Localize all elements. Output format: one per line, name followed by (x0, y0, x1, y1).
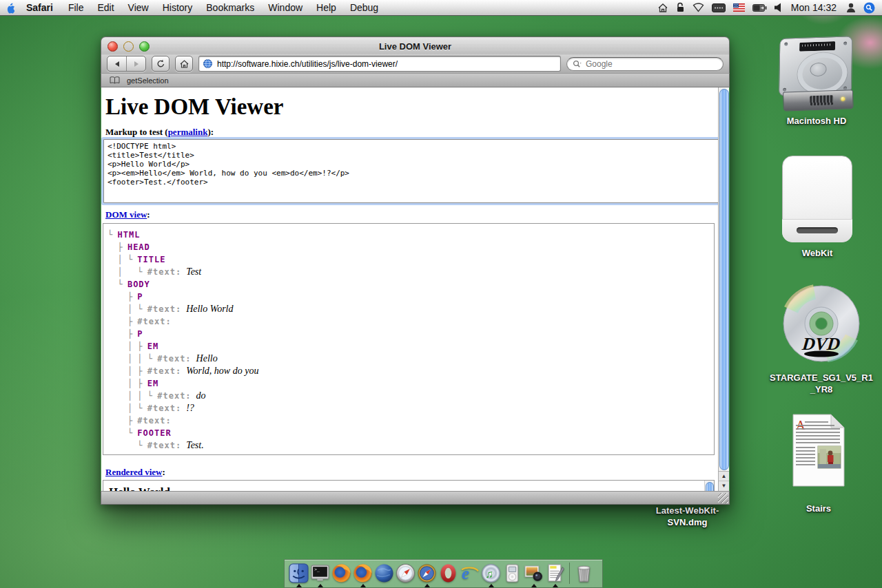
scroll-up-arrow[interactable]: ▲ (719, 472, 729, 481)
desktop-icon-stargate-dvd[interactable]: DVD STARGATE_SG1_V5_R1 _YR8 (777, 284, 866, 395)
menu-edit[interactable]: Edit (90, 0, 121, 15)
menu-history[interactable]: History (156, 0, 200, 15)
dom-tree: └ HTML ├ HEAD │ └ TITLE │ └ #text:Test └… (103, 223, 715, 455)
tree-node-text: │ └ #text:!? (107, 402, 714, 414)
browser-toolbar (101, 54, 730, 73)
menu-help[interactable]: Help (309, 0, 343, 15)
menu-view[interactable]: View (121, 0, 156, 15)
dock-trash-icon[interactable] (573, 563, 595, 584)
tree-node-text: │ └ #text:Hello World (107, 303, 714, 315)
url-input[interactable] (216, 59, 556, 70)
tree-node-text: │ │ └ #text:do (107, 390, 714, 402)
window-scroll-thumb[interactable] (719, 89, 729, 470)
desktop-background: SafariFileEditViewHistoryBookmarksWindow… (0, 0, 882, 588)
address-bar[interactable] (198, 56, 561, 72)
desktop-icon-macintosh-hd[interactable]: Macintosh HD (773, 36, 860, 127)
menu-debug[interactable]: Debug (343, 0, 385, 15)
menu-clock[interactable]: Mon 14:32 (789, 2, 839, 13)
user-switch-icon[interactable] (846, 3, 856, 13)
dom-view-link[interactable]: DOM view (105, 209, 147, 220)
lock-open-icon[interactable] (676, 2, 685, 13)
rendered-view-link[interactable]: Rendered view (105, 467, 162, 477)
removable-drive-icon (782, 156, 852, 242)
home-button[interactable] (175, 56, 193, 72)
window-scrollbar[interactable]: ▲ ▼ (718, 87, 729, 491)
menu-window[interactable]: Window (261, 0, 309, 15)
icon-label: Latest-WebKit- SVN.dmg (656, 505, 719, 528)
tree-node-text: ├ #text: (107, 315, 714, 328)
forward-button[interactable] (126, 56, 145, 71)
wifi-icon[interactable] (693, 3, 704, 12)
dock: >_e♫ (284, 559, 603, 588)
dock-terminal-icon[interactable]: >_ (309, 563, 331, 584)
menu-bookmarks[interactable]: Bookmarks (199, 0, 261, 15)
spotlight-icon[interactable] (863, 2, 875, 14)
window-title: Live DOM Viewer (101, 41, 729, 52)
window-title-bar[interactable]: Live DOM Viewer (101, 36, 730, 55)
menu-extras: Mon 14:32 (657, 2, 882, 14)
tree-node-element: ├ HEAD (107, 241, 714, 253)
dock-icons: >_e♫ (288, 563, 599, 584)
dock-safari-gold-icon[interactable] (416, 563, 438, 584)
volume-icon[interactable] (775, 3, 781, 12)
desktop-icon-webkit[interactable]: WebKit (781, 156, 853, 259)
document-photo-thumbnail (818, 446, 841, 468)
dock-itunes-icon[interactable]: ♫ (480, 563, 502, 584)
input-language-flag-icon[interactable] (733, 3, 745, 12)
page-globe-icon (203, 59, 212, 68)
desktop-icon-latest-webkit-dmg[interactable]: Latest-WebKit- SVN.dmg (630, 505, 744, 528)
menu-safari[interactable]: Safari (18, 0, 61, 15)
menu-file[interactable]: File (61, 0, 91, 15)
search-input[interactable] (584, 59, 717, 70)
bookmarks-book-icon[interactable] (110, 76, 120, 84)
markup-textarea[interactable] (103, 139, 719, 203)
rendered-view-box: Hello World (103, 480, 715, 491)
dock-firefox-2-icon[interactable] (352, 563, 373, 584)
markup-label: Markup to test (permalink): (105, 127, 214, 138)
dock-safari-icon[interactable] (395, 563, 416, 584)
desktop-icon-stairs[interactable]: A Stairs (788, 413, 850, 514)
dock-opera-icon[interactable] (438, 563, 459, 584)
resize-grip[interactable] (718, 493, 728, 503)
keyboard-viewer-icon[interactable] (712, 3, 726, 12)
permalink-link[interactable]: permalink (168, 127, 208, 137)
icon-label: Stairs (806, 503, 831, 514)
internal-drive-icon (775, 34, 858, 112)
reload-button[interactable] (152, 56, 170, 72)
page-content: Live DOM Viewer Markup to test (permalin… (101, 87, 729, 491)
back-button[interactable] (107, 56, 126, 71)
tree-node-text: ├ #text: (107, 414, 714, 427)
running-indicator (424, 584, 430, 587)
search-icon (573, 60, 582, 68)
dock-ipod-icon[interactable] (502, 563, 523, 584)
tree-node-element: │ ├ EM (107, 377, 714, 390)
dock-finder-icon[interactable] (288, 563, 309, 584)
rendered-view-scrollbar[interactable] (704, 481, 714, 491)
dock-textedit-icon[interactable] (544, 563, 566, 584)
apple-icon (3, 2, 14, 14)
dock-internet-explorer-icon[interactable]: e (459, 563, 480, 584)
icon-label: Macintosh HD (787, 115, 847, 127)
battery-icon[interactable] (752, 4, 767, 12)
running-indicator (531, 584, 537, 587)
tree-node-element: ├ P (107, 291, 714, 303)
dock-iphoto-icon[interactable] (523, 563, 544, 584)
running-indicator (296, 584, 302, 587)
running-indicator (360, 584, 366, 587)
tree-node-element: │ ├ EM (107, 340, 714, 353)
tree-node-element: └ BODY (107, 278, 714, 291)
google-search-field[interactable] (566, 57, 724, 71)
dock-globe-browser-icon[interactable] (373, 563, 395, 584)
svg-text:e: e (462, 564, 469, 582)
sync-house-icon[interactable] (657, 3, 668, 13)
tree-node-text: │ │ └ #text:Hello (107, 353, 714, 365)
dom-view-label: DOM view: (105, 209, 150, 220)
dock-separator (569, 563, 570, 584)
bookmark-getselection[interactable]: getSelection (127, 76, 169, 85)
safari-window: Live DOM Viewer (101, 36, 730, 505)
rendered-preview-text: Hello World (109, 485, 170, 491)
scroll-down-arrow[interactable]: ▼ (719, 481, 729, 490)
dock-firefox-icon[interactable] (331, 563, 352, 584)
rendered-scroll-thumb[interactable] (706, 482, 714, 491)
apple-menu[interactable] (0, 2, 18, 14)
